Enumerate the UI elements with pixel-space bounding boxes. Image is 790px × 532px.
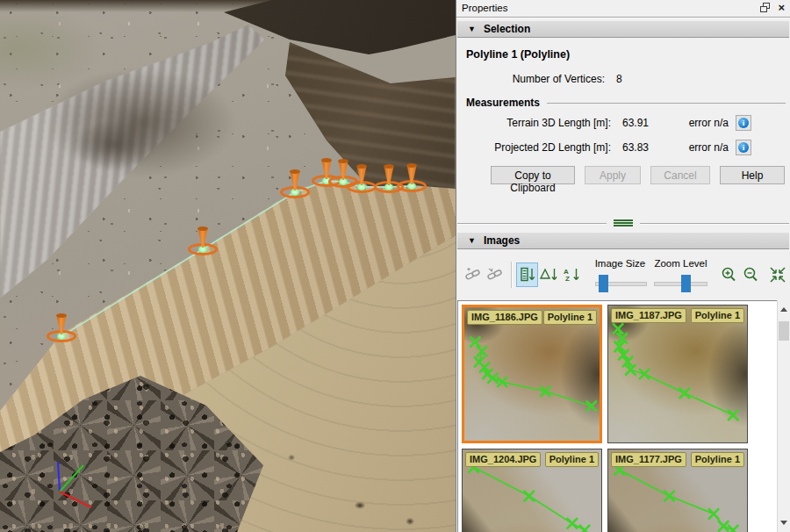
vertex-x-icon	[487, 373, 498, 384]
thumbnail-img-1187[interactable]: IMG_1187.JPG Polyline 1	[607, 305, 748, 443]
float-window-icon[interactable]	[760, 3, 770, 12]
thumbnail-tag: Polyline 1	[543, 310, 597, 325]
cancel-button: Cancel	[650, 166, 710, 184]
close-icon[interactable]: ×	[778, 3, 785, 12]
collapse-triangle-icon[interactable]: ▼	[468, 25, 476, 33]
thumbnail-tag: Polyline 1	[691, 452, 744, 467]
selected-object-title: Polyline 1 (Polyline)	[466, 48, 789, 61]
vertex-x-icon	[708, 508, 719, 519]
ruler-sort-icon	[519, 267, 536, 283]
vertex-x-icon	[567, 518, 578, 528]
zoom-in-icon	[720, 266, 737, 284]
vertex-x-icon	[679, 388, 690, 399]
terrain-3d-error: error n/a	[689, 117, 729, 129]
toolbar-separator	[511, 262, 512, 288]
thumbnail-img-1177[interactable]: IMG_1177.JPG Polyline 1	[607, 449, 748, 532]
section-header-selection[interactable]: ▼ Selection	[457, 20, 789, 38]
zoom-out-icon	[742, 266, 759, 284]
section-title-selection: Selection	[484, 23, 530, 35]
info-icon: i	[738, 142, 749, 153]
vertex-cone-cap	[290, 169, 300, 174]
terrain-3d-length-label: Terrain 3D Length [m]:	[457, 117, 611, 129]
thumbnails-scrollbar[interactable]	[777, 300, 790, 532]
heading-rule	[547, 103, 786, 104]
vertex-x-icon	[497, 377, 507, 387]
svg-text:Z: Z	[565, 275, 570, 283]
zoom-fit-icon	[769, 266, 786, 284]
vertex-cone-cap	[198, 226, 208, 231]
thumbnail-filename: IMG_1187.JPG	[611, 308, 686, 323]
vertex-x-icon	[524, 491, 535, 501]
scroll-down-icon[interactable]	[780, 521, 787, 525]
vertex-x-icon	[664, 491, 674, 501]
vertices-value: 8	[616, 73, 622, 85]
scroll-up-icon[interactable]	[780, 307, 787, 312]
thumbnail-img-1186[interactable]: IMG_1186.JPG Polyline 1	[462, 305, 602, 443]
zoom-level-control: Zoom Level	[654, 258, 707, 292]
3d-viewport[interactable]	[0, 0, 456, 532]
az-sort-icon: A Z	[562, 267, 581, 283]
vertex-x-icon	[718, 521, 729, 531]
projected-2d-error: error n/a	[689, 141, 729, 154]
properties-panel: Properties × ▼ Selection Polyline 1 (Pol…	[456, 0, 790, 532]
section-title-images: Images	[484, 234, 520, 247]
panel-titlebar[interactable]: Properties ×	[456, 0, 790, 18]
help-button[interactable]: Help	[720, 166, 785, 184]
collapse-triangle-icon[interactable]: ▼	[468, 236, 476, 245]
thumbnail-filename: IMG_1186.JPG	[467, 310, 542, 325]
vertex-x-icon	[586, 400, 597, 411]
link-add-icon	[465, 268, 482, 282]
vertex-cone-cap	[338, 159, 348, 163]
measurement-overlay	[0, 0, 456, 532]
vertex-x-icon	[728, 410, 738, 421]
vertex-x-icon	[540, 386, 550, 397]
thumbnail-img-1204[interactable]: IMG_1204.JPG Polyline 1	[462, 449, 602, 532]
attach-link-button	[463, 262, 485, 287]
scrollbar-thumb[interactable]	[779, 321, 789, 341]
axis-gizmo-icon	[58, 462, 91, 507]
zoom-level-label: Zoom Level	[654, 258, 707, 269]
polyline-path[interactable]	[61, 181, 412, 336]
zoom-fit-button[interactable]	[767, 262, 789, 287]
zoom-out-button[interactable]	[740, 262, 762, 287]
image-size-slider[interactable]	[595, 275, 648, 292]
splitter-handle-icon[interactable]	[614, 222, 633, 224]
sort-alphabetical-button[interactable]: A Z	[561, 262, 583, 287]
copy-to-clipboard-button[interactable]: Copy to Clipboard	[491, 166, 575, 184]
vertex-cone-cap	[321, 158, 332, 162]
projected-2d-length-label: Projected 2D Length [m]:	[457, 141, 611, 154]
annotation-overlay	[608, 306, 747, 442]
vertex-x-icon	[477, 346, 487, 356]
panel-splitter[interactable]	[457, 218, 789, 228]
link-remove-icon	[487, 268, 504, 282]
image-size-label: Image Size	[595, 258, 648, 269]
vertex-x-icon	[470, 337, 480, 348]
detach-link-button	[485, 262, 506, 287]
sort-by-elevation-button[interactable]	[538, 262, 560, 287]
vertex-cone-cap	[56, 313, 67, 318]
vertex-cone-cap	[406, 163, 417, 168]
zoom-level-slider[interactable]	[654, 275, 707, 292]
thumbnail-tag: Polyline 1	[691, 308, 744, 323]
zoom-level-slider-handle[interactable]	[681, 275, 691, 292]
info-button-3d[interactable]: i	[736, 115, 751, 131]
annotation-overlay	[464, 307, 600, 441]
image-size-slider-handle[interactable]	[599, 275, 608, 292]
vertex-cone-cap	[384, 164, 394, 169]
info-icon: i	[738, 118, 749, 128]
thumbnail-tag: Polyline 1	[545, 452, 599, 467]
vertices-row: Number of Vertices: 8	[457, 73, 789, 85]
vertex-x-icon	[639, 369, 650, 379]
vertex-cone-cap	[356, 164, 367, 169]
terrain-3d-length-value: 63.91	[622, 117, 668, 129]
zoom-in-button[interactable]	[718, 262, 740, 287]
sort-by-size-button[interactable]	[516, 262, 538, 287]
images-toolbar: A Z Image Size Zoom Level	[457, 251, 789, 298]
section-header-images[interactable]: ▼ Images	[457, 232, 789, 249]
measurement-row-2d: Projected 2D Length [m]: 63.83 error n/a…	[457, 136, 789, 158]
image-size-control: Image Size	[595, 258, 648, 292]
image-thumbnails-area: IMG_1186.JPG Polyline 1 IMG_1187.JPG Pol…	[457, 300, 789, 532]
thumbnail-filename: IMG_1177.JPG	[611, 452, 686, 467]
panel-title: Properties	[462, 3, 507, 13]
info-button-2d[interactable]: i	[736, 140, 751, 155]
